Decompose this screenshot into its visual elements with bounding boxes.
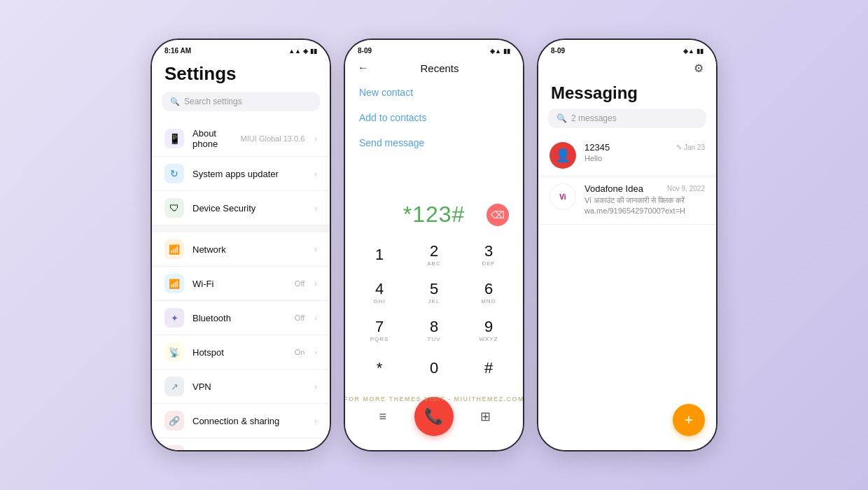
signal-icon-2: ◈▲ — [490, 48, 501, 55]
wifi-icon: ◈ — [303, 48, 308, 55]
bluetooth-icon: ✦ — [164, 308, 184, 328]
key-3[interactable]: 3 DEF — [467, 237, 510, 272]
key-6[interactable]: 6 MNO — [467, 275, 510, 310]
battery-icon: ▮▮ — [310, 48, 317, 55]
keypad-row-4: * 0 # — [352, 351, 516, 386]
avatar-icon-12345: 👤 — [555, 148, 570, 163]
settings-item-bluetooth[interactable]: ✦ Bluetooth Off › — [152, 301, 330, 335]
msg-preview-12345: Hello — [584, 154, 705, 162]
keypad-row-1: 1 2 ABC 3 DEF — [352, 237, 516, 272]
messaging-header: ⚙ — [538, 57, 716, 80]
security-icon: 🛡 — [164, 198, 184, 218]
vpn-chevron: › — [314, 382, 317, 391]
hotspot-text: Hotspot — [192, 347, 286, 358]
divider-1 — [152, 225, 330, 232]
vpn-icon: ↗ — [164, 377, 184, 396]
compose-button[interactable]: + — [673, 404, 705, 436]
signal-icon: ▲▲ — [288, 48, 301, 55]
messaging-title: Messaging — [538, 80, 716, 108]
settings-item-hotspot[interactable]: 📡 Hotspot On › — [152, 335, 330, 370]
display-text: Always-on display & Lock — [192, 450, 306, 451]
menu-icon: ≡ — [379, 410, 386, 424]
wifi-value: Off — [295, 279, 304, 288]
phone-settings: 8:16 AM ▲▲ ◈ ▮▮ Settings 🔍 Search settin… — [150, 38, 331, 451]
dialpad-icon: ⊞ — [480, 409, 491, 424]
key-8[interactable]: 8 TUV — [412, 313, 456, 348]
status-bar-3: 8-09 ◈▲ ▮▮ — [538, 40, 716, 57]
bluetooth-value: Off — [295, 314, 304, 322]
battery-icon-3: ▮▮ — [696, 48, 704, 55]
msg-content-12345: 12345 ✎ Jan 23 Hello — [584, 142, 705, 162]
wifi-label: Wi-Fi — [192, 279, 286, 289]
time-1: 8:16 AM — [164, 47, 191, 55]
key-star[interactable]: * — [358, 351, 401, 386]
settings-item-vpn[interactable]: ↗ VPN › — [152, 370, 330, 404]
network-icon: 📶 — [164, 239, 184, 259]
back-button[interactable]: ← — [358, 62, 369, 74]
connection-icon: 🔗 — [164, 411, 184, 430]
wifi-icon-3: ◈▲ — [683, 48, 694, 55]
bluetooth-label: Bluetooth — [192, 313, 286, 323]
dialpad-button[interactable]: ⊞ — [470, 401, 500, 432]
key-9[interactable]: 9 WXYZ — [467, 313, 510, 348]
settings-item-security[interactable]: 🛡 Device Security › — [152, 191, 330, 225]
messaging-screen: 8-09 ◈▲ ▮▮ ⚙ Messaging 🔍 2 messages 👤 12… — [538, 40, 716, 450]
settings-gear-icon[interactable]: ⚙ — [694, 62, 704, 75]
backspace-icon: ⌫ — [491, 209, 505, 220]
msg-search-icon: 🔍 — [556, 113, 567, 123]
pencil-icon: ✎ — [676, 144, 682, 151]
dialer-title: Recents — [369, 62, 510, 74]
msg-preview-vodafone: Vi अकाउंट की जानकारी से क्लिक करें wa.me… — [584, 195, 705, 217]
msg-date-vodafone: Nov 9, 2022 — [667, 185, 705, 192]
settings-item-wifi[interactable]: 📶 Wi-Fi Off › — [152, 267, 330, 301]
key-5[interactable]: 5 JKL — [412, 275, 456, 310]
time-2: 8-09 — [358, 47, 372, 55]
display-icon: 🔒 — [164, 445, 184, 450]
about-icon: 📱 — [164, 129, 184, 148]
phone-messaging: 8-09 ◈▲ ▮▮ ⚙ Messaging 🔍 2 messages 👤 12… — [537, 38, 718, 451]
vpn-text: VPN — [192, 382, 306, 392]
message-item-12345[interactable]: 👤 12345 ✎ Jan 23 Hello — [538, 135, 716, 176]
hotspot-value: On — [295, 348, 305, 356]
msg-name-vodafone: Vodafone Idea — [584, 183, 643, 194]
status-bar-1: 8:16 AM ▲▲ ◈ ▮▮ — [152, 40, 330, 57]
msg-name-12345: 12345 — [584, 142, 610, 153]
network-text: Network — [192, 244, 306, 255]
phone-dialer: 8-09 ◈▲ ▮▮ ← Recents New contact Add to … — [344, 38, 524, 451]
security-label: Device Security — [192, 203, 306, 214]
wifi-chevron: › — [314, 279, 317, 288]
key-1[interactable]: 1 — [358, 237, 401, 272]
key-4[interactable]: 4 GHI — [358, 275, 401, 310]
about-text: About phone — [192, 128, 232, 149]
recent-send-message[interactable]: Send message — [345, 130, 523, 155]
settings-item-system[interactable]: ↻ System apps updater › — [152, 157, 330, 191]
backspace-button[interactable]: ⌫ — [486, 204, 509, 226]
hotspot-icon: 📡 — [164, 342, 184, 362]
call-button[interactable]: 📞 — [414, 397, 454, 436]
settings-screen: 8:16 AM ▲▲ ◈ ▮▮ Settings 🔍 Search settin… — [152, 40, 330, 450]
hotspot-label: Hotspot — [192, 347, 286, 358]
recent-new-contact[interactable]: New contact — [345, 80, 523, 105]
key-hash[interactable]: # — [467, 351, 510, 386]
key-0[interactable]: 0 — [412, 351, 456, 386]
settings-item-connection[interactable]: 🔗 Connection & sharing › — [152, 404, 330, 438]
status-icons-2: ◈▲ ▮▮ — [490, 48, 510, 55]
key-2[interactable]: 2 ABC — [412, 237, 456, 272]
msg-search-placeholder: 2 messages — [571, 113, 617, 123]
about-value: MIUI Global 13.0.6 — [241, 134, 305, 143]
battery-icon-2: ▮▮ — [503, 48, 510, 55]
messaging-search[interactable]: 🔍 2 messages — [548, 108, 706, 128]
network-label: Network — [192, 244, 306, 255]
connection-text: Connection & sharing — [192, 416, 306, 426]
recent-add-contacts[interactable]: Add to contacts — [345, 105, 523, 130]
menu-button[interactable]: ≡ — [368, 401, 398, 432]
settings-search[interactable]: 🔍 Search settings — [162, 92, 320, 111]
settings-item-about[interactable]: 📱 About phone MIUI Global 13.0.6 › — [152, 121, 330, 157]
settings-item-network[interactable]: 📶 Network › — [152, 232, 330, 267]
system-text: System apps updater — [192, 169, 306, 179]
message-item-vodafone[interactable]: Vi Vodafone Idea Nov 9, 2022 Vi अकाउंट क… — [538, 176, 716, 225]
dialer-screen: 8-09 ◈▲ ▮▮ ← Recents New contact Add to … — [345, 40, 523, 450]
settings-item-display[interactable]: 🔒 Always-on display & Lock › — [152, 438, 330, 450]
key-7[interactable]: 7 PQRS — [358, 313, 401, 348]
dial-number: *123# — [403, 202, 465, 227]
